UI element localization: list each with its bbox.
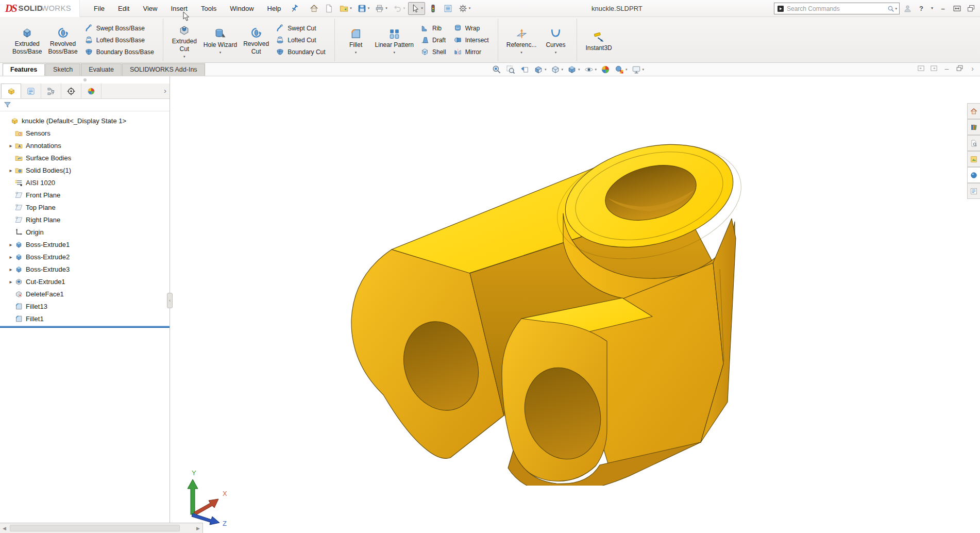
knuckle-3d-model[interactable] — [340, 140, 742, 486]
tab-solidworks-add-ins[interactable]: SOLIDWORKS Add-Ins — [122, 63, 205, 76]
dock-pane-right-button[interactable] — [929, 63, 939, 73]
dimxpertmanager-tab[interactable] — [61, 84, 81, 98]
search-input[interactable] — [785, 5, 887, 12]
configurationmanager-tab[interactable] — [41, 84, 61, 98]
expand-arrow-icon[interactable]: ▸ — [7, 254, 14, 260]
hole-wizard-button[interactable]: Hole Wizard▾ — [200, 25, 240, 55]
menu-window[interactable]: Window — [223, 1, 260, 16]
edit-appearance-button[interactable] — [599, 64, 612, 75]
task-pane-tab-solidworks-resources[interactable] — [967, 103, 980, 119]
restore-document-button[interactable] — [955, 63, 965, 73]
menu-help[interactable]: Help — [261, 1, 288, 16]
tree-item-sensors[interactable]: Sensors — [0, 127, 170, 139]
dropdown-arrow-icon[interactable]: ▾ — [219, 51, 222, 55]
magnifier-icon[interactable] — [887, 5, 895, 13]
rollback-bar[interactable] — [0, 326, 170, 328]
scrollbar-thumb[interactable] — [10, 525, 180, 531]
boundary-boss-base-button[interactable]: Boundary Boss/Base — [83, 47, 156, 57]
boundary-cut-button[interactable]: Boundary Cut — [274, 47, 327, 57]
curves-button[interactable]: Curves▾ — [539, 25, 571, 55]
horizontal-scrollbar[interactable]: ◀ ▶ — [0, 523, 203, 533]
task-pane-tab-custom-properties[interactable] — [967, 183, 980, 199]
tree-item-annotations[interactable]: ▸Annotations — [0, 139, 170, 152]
dropdown-arrow-icon[interactable]: ▾ — [183, 55, 185, 59]
help-button[interactable]: ? — [915, 2, 927, 14]
hide-show-items-button[interactable]: ▾ — [583, 64, 598, 75]
maximize-window-button[interactable] — [951, 2, 963, 14]
tree-item-front-plane[interactable]: Front Plane — [0, 189, 170, 201]
dropdown-arrow-icon[interactable]: ▾ — [578, 68, 580, 72]
tree-item-aisi-1020[interactable]: AISI 1020 — [0, 176, 170, 189]
expand-arrow-icon[interactable]: ▸ — [7, 279, 14, 285]
task-pane-tab-appearances-scenes[interactable] — [967, 167, 980, 183]
dropdown-arrow-icon[interactable]: ▾ — [555, 51, 557, 55]
print-button[interactable]: ▾ — [373, 2, 390, 15]
panel-splitter-handle[interactable]: ‹ — [167, 293, 173, 308]
lofted-cut-button[interactable]: Lofted Cut — [274, 35, 327, 45]
menu-view[interactable]: View — [136, 1, 164, 16]
zoom-to-area-button[interactable] — [504, 64, 517, 75]
intersect-button[interactable]: Intersect — [452, 35, 491, 45]
home-button[interactable] — [307, 2, 321, 15]
display-style-button[interactable]: ▾ — [566, 64, 581, 75]
tree-item-right-plane[interactable]: Right Plane — [0, 213, 170, 226]
expand-task-pane-button[interactable]: › — [968, 63, 977, 73]
revolved-boss-base-button[interactable]: RevolvedBoss/Base — [45, 24, 80, 56]
tree-item-solid-bodies-1[interactable]: ▸Solid Bodies(1) — [0, 164, 170, 176]
dropdown-arrow-icon[interactable]: ▾ — [562, 68, 564, 72]
tree-item-knuckle-default-default-display-state-1[interactable]: knuckle (Default<_Display State 1> — [0, 114, 170, 127]
pin-menu-button[interactable] — [289, 3, 300, 14]
dropdown-arrow-icon[interactable]: ▾ — [545, 68, 547, 72]
extruded-cut-button[interactable]: ExtrudedCut▾ — [168, 22, 200, 59]
display-settings-button[interactable] — [441, 2, 455, 15]
dropdown-arrow-icon[interactable]: ▾ — [385, 6, 387, 10]
save-button[interactable]: ▾ — [355, 2, 372, 15]
tree-item-fillet13[interactable]: Fillet13 — [0, 300, 170, 312]
open-button[interactable]: ▾ — [337, 2, 354, 15]
fillet-button[interactable]: Fillet▾ — [340, 25, 372, 55]
task-pane-tab-view-palette[interactable] — [967, 151, 980, 167]
linear-pattern-button[interactable]: Linear Pattern▾ — [372, 25, 417, 55]
dropdown-arrow-icon[interactable]: ▾ — [421, 6, 423, 10]
scroll-left-button[interactable]: ◀ — [0, 523, 9, 533]
apply-scene-button[interactable]: ▾ — [613, 64, 629, 75]
view-orientation-button[interactable]: ▾ — [549, 64, 565, 75]
dropdown-arrow-icon[interactable]: ▾ — [520, 51, 522, 55]
expand-arrow-icon[interactable]: ▸ — [7, 168, 14, 173]
task-pane-tab-file-explorer[interactable] — [967, 135, 980, 151]
tree-item-deleteface1[interactable]: DeleteFace1 — [0, 288, 170, 300]
swept-boss-base-button[interactable]: Swept Boss/Base — [83, 23, 156, 34]
expand-arrow-icon[interactable]: ▸ — [7, 242, 14, 247]
reference-geometry-button[interactable]: Referenc...▾ — [503, 25, 540, 55]
revolved-cut-button[interactable]: RevolvedCut — [240, 24, 272, 56]
featuremanager-tab[interactable] — [1, 84, 21, 98]
help-dropdown-arrow[interactable]: ▾ — [929, 2, 935, 14]
menu-edit[interactable]: Edit — [111, 1, 136, 16]
scroll-right-button[interactable]: ▶ — [194, 523, 202, 533]
tree-item-boss-extrude3[interactable]: ▸Boss-Extrude3 — [0, 263, 170, 275]
scrollbar-track[interactable] — [9, 523, 194, 533]
displaymanager-tab[interactable] — [81, 84, 102, 98]
tab-sketch[interactable]: Sketch — [45, 63, 80, 76]
dropdown-arrow-icon[interactable]: ▾ — [403, 6, 405, 10]
expand-arrow-icon[interactable]: ▸ — [7, 266, 14, 272]
draft-button[interactable]: Draft — [419, 35, 448, 45]
restore-window-button[interactable] — [965, 2, 977, 14]
swept-cut-button[interactable]: Swept Cut — [274, 23, 327, 34]
tree-item-fillet1[interactable]: Fillet1 — [0, 312, 170, 325]
dropdown-arrow-icon[interactable]: ▾ — [368, 6, 370, 10]
zoom-to-fit-button[interactable] — [491, 64, 503, 75]
menu-insert[interactable]: Insert — [164, 1, 194, 16]
previous-view-button[interactable] — [518, 64, 531, 75]
options-button[interactable]: ▾ — [456, 2, 473, 15]
wrap-button[interactable]: Wrap — [452, 23, 491, 34]
mirror-button[interactable]: Mirror — [452, 47, 491, 57]
expand-arrow-icon[interactable]: ▸ — [7, 143, 14, 148]
lofted-boss-base-button[interactable]: Lofted Boss/Base — [83, 35, 156, 45]
instant3d-button[interactable]: Instant3D — [582, 28, 615, 52]
section-view-button[interactable]: ▾ — [532, 64, 548, 75]
new-document-button[interactable] — [322, 2, 336, 15]
tree-item-origin[interactable]: Origin — [0, 226, 170, 238]
shell-button[interactable]: Shell — [419, 47, 448, 57]
dropdown-arrow-icon[interactable]: ▾ — [350, 6, 352, 10]
